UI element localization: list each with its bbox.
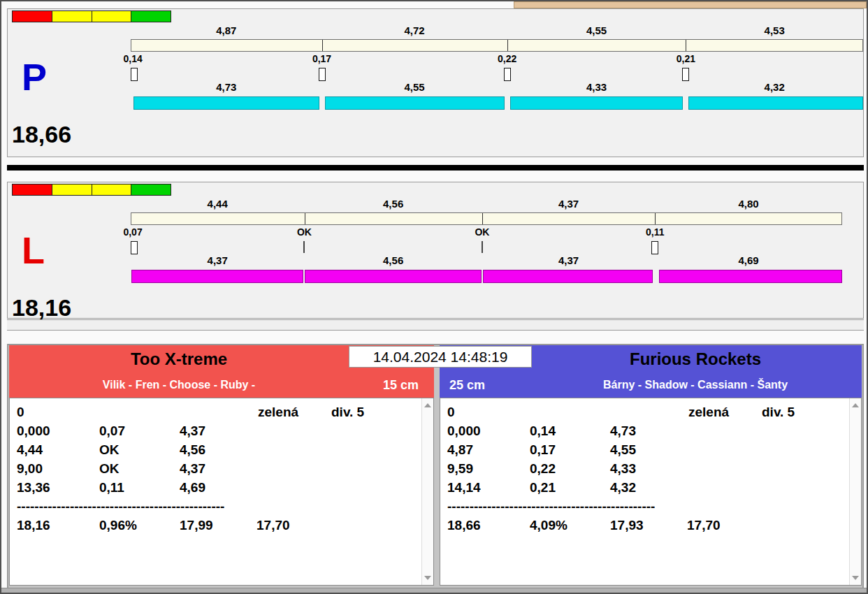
summary-best: 17,70 [687,518,721,533]
team-subheader: Bárny - Shadow - Cassiann - Šanty 25 cm [440,372,862,398]
bar-divider [305,213,305,224]
table-row: 4,87 0,17 4,55 [447,440,846,459]
lane-number: 0 [17,405,258,420]
segment-time-label: 4,37 [482,198,655,210]
cell-dogtime: 4,32 [610,480,687,495]
summary-row: 18,66 4,09% 17,93 17,70 [447,516,846,535]
segment-time-label: 4,37 [482,254,655,266]
dog-times-bar [131,96,863,110]
cell-dogtime: 4,37 [180,423,256,439]
results-section: Too X-treme Vilik - Fren - Choose - Ruby… [7,344,864,590]
separator-strip [7,319,864,331]
table-row: 9,59 0,22 4,33 [447,459,846,478]
lane-total-time: 18,16 [12,294,71,321]
cell-dogtime: 4,33 [610,461,687,477]
table-row: 0,000 0,07 4,37 [17,421,418,440]
cell-cumulative: 4,44 [17,442,99,458]
lane-number: 0 [447,405,688,420]
lane-total-time: 18,66 [12,121,71,148]
bar-divider [686,40,686,51]
scroll-down-icon[interactable] [424,576,431,580]
cell-change: OK [99,461,180,477]
team-panel-right: Furious Rockets Bárny - Shadow - Cassian… [440,345,862,588]
bar-divider [482,213,483,224]
cell-change: 0,11 [99,480,180,495]
bar-segment [133,96,319,110]
cell-dogtime: 4,56 [180,442,256,458]
bar-segment [131,270,303,283]
change-time-label: 0,21 [663,53,708,64]
sensor-tick [131,68,138,81]
table-row: 0 zelená div. 5 [17,403,418,421]
yellow-light-segment [52,184,92,196]
bar-segment [659,270,842,283]
cell-dogtime: 4,37 [180,461,256,477]
table-scrollbar[interactable] [421,398,433,585]
cell-change: 0,22 [530,461,610,477]
change-time-label: OK [282,226,326,238]
cell-cumulative: 9,00 [17,461,99,477]
yellow-light-segment [92,184,132,196]
segment-time-label: 4,37 [131,254,304,266]
window-bottom-bar [1,588,867,593]
scroll-up-icon[interactable] [424,403,431,407]
bar-segment [483,270,653,283]
table-row: 0 zelená div. 5 [447,403,846,421]
summary-dogsum: 17,99 [180,518,256,533]
scroll-down-icon[interactable] [852,576,859,580]
color-label: zelená [688,405,762,420]
segment-time-label: 4,69 [655,254,842,266]
bar-segment [305,270,482,283]
segment-time-label: 4,80 [655,198,842,210]
summary-percent: 4,09% [530,518,610,533]
table-row: 9,00 OK 4,37 [17,459,418,478]
cell-dogtime: 4,69 [180,480,256,495]
split-times-bar [131,39,863,52]
division-label: div. 5 [762,405,795,420]
team-members: Vilik - Fren - Choose - Ruby - [9,372,349,391]
sensor-tick [303,241,305,253]
team-members: Bárny - Shadow - Cassiann - Šanty [529,372,862,391]
bar-segment [688,96,863,110]
dog-times-bar [131,270,842,283]
app-window: P 18,66 4,87 4,72 4,55 4,53 0,14 0,17 0,… [0,0,868,594]
division-label: div. 5 [331,405,364,420]
cell-dogtime: 4,55 [610,442,687,458]
distance-label: 15 cm [383,378,419,393]
summary-best: 17,70 [256,518,290,533]
team-panel-left: Too X-treme Vilik - Fren - Choose - Ruby… [9,345,434,588]
segment-time-label: 4,32 [686,81,863,93]
segment-time-label: 4,56 [304,198,482,210]
cell-change: OK [99,442,180,458]
change-time-label: 0,07 [110,226,155,238]
scroll-up-icon[interactable] [852,403,859,407]
change-time-label: OK [460,226,505,238]
cell-cumulative: 13,36 [17,480,99,495]
results-rows: 0 zelená div. 5 0,000 0,07 4,37 4,44 OK … [17,403,418,535]
table-row: 4,44 OK 4,56 [17,440,418,459]
lane-panel-l: L 18,16 4,44 4,56 4,37 4,80 0,07 OK OK 0… [7,182,864,319]
segment-time-label: 4,87 [131,24,322,36]
cell-cumulative: 14,14 [447,480,530,495]
segment-time-label: 4,56 [304,254,482,266]
lane-divider [7,165,864,171]
change-time-label: 0,22 [485,53,530,64]
bar-segment [325,96,505,110]
summary-total: 18,66 [447,518,530,533]
bar-divider [322,40,323,51]
table-row: 14,14 0,21 4,32 [447,478,846,497]
table-scrollbar[interactable] [849,398,861,585]
segment-time-label: 4,55 [322,81,507,93]
summary-percent: 0,96% [99,518,180,533]
distance-label: 25 cm [449,378,485,393]
table-separator: ----------------------------------------… [17,497,293,516]
cell-change: 0,14 [530,423,610,439]
bar-segment [510,96,683,110]
team-name: Furious Rockets [529,345,862,369]
summary-total: 18,16 [17,518,99,533]
segment-time-label: 4,55 [507,24,686,36]
results-rows: 0 zelená div. 5 0,000 0,14 4,73 4,87 0,1… [447,403,846,535]
lane-panel-p: P 18,66 4,87 4,72 4,55 4,53 0,14 0,17 0,… [7,8,864,157]
results-table: 0 zelená div. 5 0,000 0,14 4,73 4,87 0,1… [440,398,862,586]
segment-time-label: 4,73 [131,81,322,93]
